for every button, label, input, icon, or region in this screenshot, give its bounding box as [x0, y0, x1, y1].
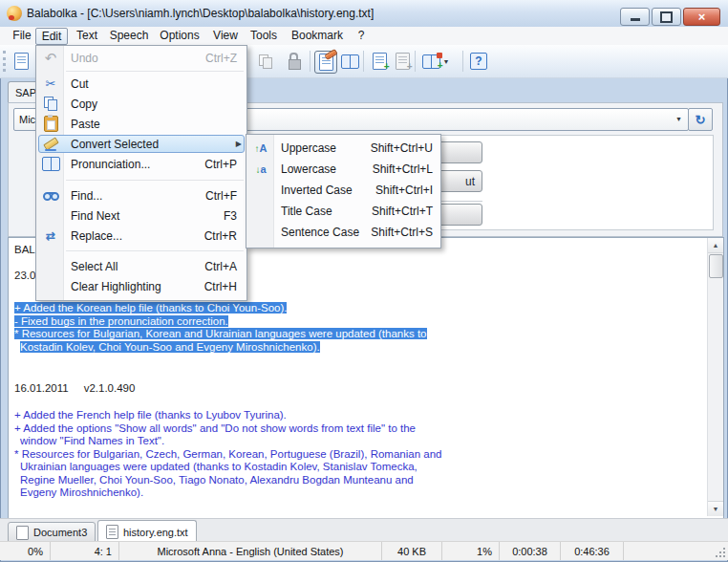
minimize-icon	[631, 18, 640, 21]
new-document-icon	[14, 53, 29, 70]
help-button[interactable]: ?	[467, 50, 490, 73]
menu-item-undo[interactable]: ↶ Undo Ctrl+Z	[36, 48, 246, 68]
maximize-icon	[660, 11, 673, 23]
maximize-button[interactable]	[652, 8, 681, 26]
editor-line: Ukrainian languages were updated (thanks…	[20, 461, 418, 474]
menu-item-clear-highlighting[interactable]: Clear Highlighting Ctrl+H	[36, 276, 246, 296]
menu-separator	[66, 250, 244, 251]
voices-dropdown-button[interactable]: + ▼	[419, 50, 452, 73]
refresh-icon: ↻	[696, 113, 706, 127]
status-total-time: 0:46:36	[561, 542, 624, 560]
menu-bookmark[interactable]: Bookmark	[287, 28, 348, 43]
menu-item-paste[interactable]: Paste	[36, 114, 246, 134]
add-text-disabled-button[interactable]: +	[391, 50, 414, 73]
editor-line: Evgeny Miroshnichenko).	[20, 486, 143, 500]
cut-icon: ✂	[40, 77, 61, 90]
add-text-icon: +	[373, 53, 387, 70]
selected-text-line: * Resources for Bulgarian, Korean and Uk…	[14, 328, 427, 341]
new-document-button[interactable]	[10, 50, 32, 73]
scroll-up-button[interactable]: ▲	[708, 238, 723, 253]
menu-item-sentence-case[interactable]: Sentence Case Shift+Ctrl+S	[246, 222, 440, 243]
find-icon	[40, 190, 61, 201]
tab-document3[interactable]: Document3	[8, 522, 96, 543]
menu-item-uppercase[interactable]: ↑A Uppercase Shift+Ctrl+U	[246, 138, 440, 159]
menu-options[interactable]: Options	[155, 28, 204, 43]
menu-item-lowercase[interactable]: ↓a Lowercase Shift+Ctrl+L	[246, 159, 440, 180]
editor-line: * Resources for Bulgarian, Czech, German…	[14, 448, 441, 462]
menu-edit[interactable]: Edit	[35, 28, 68, 45]
scroll-down-icon: ▼	[713, 506, 719, 512]
window-title: Balabolka - [C:\Users\niamh.lynch\Deskto…	[27, 7, 374, 20]
menu-item-find[interactable]: Find... Ctrl+F	[36, 185, 246, 205]
menu-item-pronunciation[interactable]: Pronunciation... Ctrl+P	[36, 154, 246, 174]
menu-item-cut[interactable]: ✂ Cut	[36, 74, 246, 94]
menu-bar: File Edit Text Speech Options View Tools…	[0, 27, 728, 46]
menu-separator	[66, 71, 244, 72]
status-progress: 0%	[0, 542, 51, 560]
convert-selected-submenu: ↑A Uppercase Shift+Ctrl+U ↓a Lowercase S…	[246, 134, 441, 249]
split-file-icon	[259, 54, 273, 69]
voices-icon: +	[422, 54, 440, 69]
text-mode-button[interactable]	[314, 51, 337, 74]
scrollbar-thumb[interactable]	[709, 254, 723, 278]
editor-line: window "Find Names in Text".	[20, 435, 164, 448]
close-button[interactable]: ×	[683, 8, 720, 26]
status-elapsed-time: 0:00:38	[500, 542, 561, 560]
undo-icon: ↶	[40, 51, 61, 65]
menu-tools[interactable]: Tools	[245, 28, 283, 43]
combo-dropdown-icon: ▼	[675, 116, 682, 122]
resize-grip[interactable]	[715, 547, 726, 558]
toolbar-separator	[462, 51, 463, 72]
add-text-button[interactable]: +	[368, 50, 391, 73]
toolbar-separator	[310, 51, 310, 72]
editor-line: BAL	[14, 244, 35, 257]
copy-icon	[40, 97, 61, 111]
vertical-scrollbar[interactable]: ▲ ▼	[707, 238, 723, 516]
menu-speech[interactable]: Speech	[105, 28, 153, 43]
menu-view[interactable]: View	[208, 28, 243, 43]
title-bar[interactable]: Balabolka - [C:\Users\niamh.lynch\Deskto…	[0, 0, 728, 27]
menu-separator	[66, 180, 244, 181]
edit-menu-popup: ↶ Undo Ctrl+Z ✂ Cut Copy Paste Convert S…	[35, 45, 247, 301]
toolbar-separator	[415, 51, 416, 72]
document-tab-bar: Document3 history.eng.txt	[0, 518, 728, 542]
selected-text-line: - Fixed bugs in the pronunciation correc…	[14, 315, 228, 329]
menu-file[interactable]: File	[8, 28, 36, 43]
status-bar: 0% 4: 1 Microsoft Anna - English (United…	[0, 541, 728, 560]
window-controls: ×	[620, 8, 720, 26]
menu-item-inverted-case[interactable]: Inverted Case Shift+Ctrl+I	[246, 180, 440, 201]
lock-icon	[289, 59, 301, 70]
refresh-voices-button[interactable]: ↻	[688, 108, 713, 131]
menu-item-find-next[interactable]: Find Next F3	[36, 205, 246, 226]
convert-selected-icon	[40, 138, 61, 151]
selected-text-line: Kostadin Kolev, Choi Youn-Soo and Evgeny…	[20, 341, 320, 355]
editor-line: + Added the French help file (thanks to …	[14, 409, 287, 422]
app-icon[interactable]	[7, 6, 22, 21]
scroll-down-button[interactable]: ▼	[708, 501, 723, 516]
dropdown-arrow-icon: ▼	[443, 58, 450, 65]
uppercase-icon: ↑A	[250, 142, 271, 154]
toolbar-grip[interactable]	[3, 51, 9, 72]
menu-item-select-all[interactable]: Select All Ctrl+A	[36, 256, 246, 276]
minimize-button[interactable]	[620, 8, 650, 26]
menu-item-copy[interactable]: Copy	[36, 94, 246, 114]
editor-line: 16.01.2011 v2.1.0.490	[14, 382, 135, 396]
status-cursor-position: 4: 1	[51, 542, 119, 560]
application-window: Balabolka - [C:\Users\niamh.lynch\Deskto…	[0, 0, 728, 562]
menu-help[interactable]: ?	[352, 28, 371, 43]
editor-line: 23.0	[14, 270, 35, 283]
menu-item-title-case[interactable]: Title Case Shift+Ctrl+T	[246, 201, 440, 222]
lock-button[interactable]	[283, 50, 306, 73]
pronunciation-icon	[40, 157, 61, 171]
blank-document-icon	[16, 526, 29, 540]
submenu-arrow-icon: ▶	[236, 140, 242, 148]
text-document-icon	[106, 525, 118, 539]
menu-text[interactable]: Text	[71, 28, 103, 43]
menu-item-convert-selected[interactable]: Convert Selected ▶	[36, 134, 246, 154]
status-percent: 1%	[442, 542, 500, 560]
menu-item-replace[interactable]: ⇄ Replace... Ctrl+R	[36, 226, 246, 246]
help-icon: ?	[470, 53, 487, 70]
replace-icon: ⇄	[40, 230, 61, 242]
dictionary-button[interactable]	[338, 50, 361, 73]
split-file-button[interactable]	[254, 50, 277, 73]
